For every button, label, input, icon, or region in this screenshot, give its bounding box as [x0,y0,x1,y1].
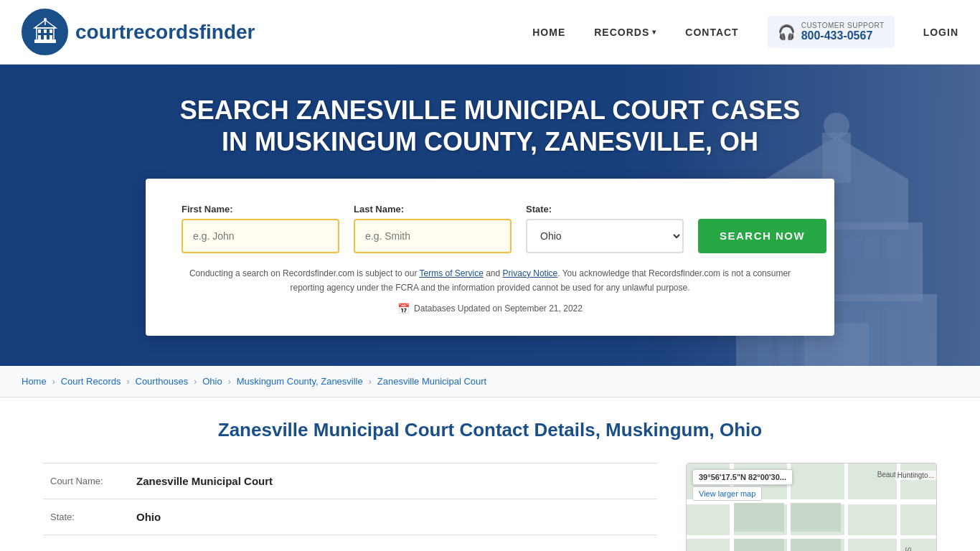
db-updated: 📅 Databases Updated on September 21, 202… [182,303,798,314]
svg-rect-21 [865,237,880,258]
first-name-group: First Name: [182,204,339,253]
court-name-value: Zanesville Municipal Court [136,475,273,487]
headset-icon: 🎧 [778,24,796,41]
map-view-larger[interactable]: View larger map [692,486,762,501]
svg-rect-3 [44,29,47,33]
breadcrumb: Home › Court Records › Courthouses › Ohi… [0,366,980,397]
first-name-input[interactable] [182,219,339,253]
svg-rect-20 [844,237,858,258]
state-group: State: Ohio Alabama Alaska Arizona Calif… [526,204,684,253]
hero-section: SEARCH ZANESVILLE MUNICIPAL COURT CASES … [0,65,980,366]
terms-link[interactable]: Terms of Service [420,268,484,278]
details-table: Court Name: Zanesville Municipal Court S… [43,463,657,551]
svg-rect-5 [38,35,41,40]
first-name-label: First Name: [182,204,339,215]
privacy-link[interactable]: Privacy Notice [503,268,558,278]
calendar-icon: 📅 [397,303,410,314]
support-number: 800-433-0567 [801,29,885,42]
svg-point-10 [44,18,47,21]
search-disclaimer: Conducting a search on Recordsfinder.com… [182,266,798,296]
state-label: State: [526,204,684,215]
detail-row-state: State: Ohio [43,499,657,535]
svg-rect-2 [38,29,41,33]
map-inner: Beauty Studio Huntingto... 39°56'17.5"N … [687,463,936,551]
breadcrumb-courthouses[interactable]: Courthouses [136,376,189,387]
state-select[interactable]: Ohio Alabama Alaska Arizona California C… [526,219,684,253]
state-detail-value: Ohio [136,511,161,523]
map-container: Beauty Studio Huntingto... 39°56'17.5"N … [686,463,937,551]
nav-home[interactable]: HOME [532,27,565,38]
breadcrumb-sep-5: › [369,377,372,387]
breadcrumb-home[interactable]: Home [22,376,47,387]
breadcrumb-current: Zanesville Municipal Court [377,376,486,387]
detail-row-court-name: Court Name: Zanesville Municipal Court [43,463,657,499]
support-label: CUSTOMER SUPPORT [801,22,885,29]
hero-title: SEARCH ZANESVILLE MUNICIPAL COURT CASES … [167,95,813,156]
svg-rect-7 [50,35,52,40]
logo-text: courtrecordsfinder [75,21,255,44]
main-nav: HOME RECORDS ▾ CONTACT 🎧 CUSTOMER SUPPOR… [532,16,958,48]
svg-rect-22 [887,237,901,258]
road-v3 [844,463,848,551]
site-header: courtrecordsfinder HOME RECORDS ▾ CONTAC… [0,0,980,65]
nav-login[interactable]: LOGIN [923,27,958,38]
records-chevron-icon: ▾ [652,28,656,36]
svg-rect-4 [50,29,52,33]
last-name-input[interactable] [354,219,512,253]
breadcrumb-sep-1: › [52,377,55,387]
breadcrumb-ohio[interactable]: Ohio [202,376,222,387]
breadcrumb-sep-4: › [228,377,231,387]
svg-point-16 [824,113,849,138]
breadcrumb-sep-3: › [194,377,197,387]
state-detail-label: State: [50,512,129,522]
search-fields: First Name: Last Name: State: Ohio Alaba… [182,204,798,253]
svg-rect-15 [822,133,851,183]
support-box: 🎧 CUSTOMER SUPPORT 800-433-0567 [768,16,895,48]
content-body: Court Name: Zanesville Municipal Court S… [43,463,937,551]
search-card: First Name: Last Name: State: Ohio Alaba… [146,179,834,336]
logo-area: courtrecordsfinder [22,9,532,55]
content-title: Zanesville Municipal Court Contact Detai… [43,419,937,441]
logo-icon [22,9,68,55]
last-name-label: Last Name: [354,204,512,215]
court-name-label: Court Name: [50,476,129,486]
main-content: Zanesville Municipal Court Contact Detai… [0,397,980,551]
nav-records[interactable]: RECORDS ▾ [594,27,656,38]
breadcrumb-court-records[interactable]: Court Records [61,376,121,387]
svg-rect-28 [887,309,901,366]
huntington-label: Huntingto... [895,471,936,480]
s4-road-label: S 4t [905,547,913,551]
last-name-group: Last Name: [354,204,512,253]
nav-contact[interactable]: CONTACT [685,27,738,38]
search-button[interactable]: SEARCH NOW [698,219,826,253]
breadcrumb-sep-2: › [127,377,130,387]
map-coords: 39°56'17.5"N 82°00'30... [692,469,793,485]
svg-rect-6 [44,35,47,40]
breadcrumb-muskingum[interactable]: Muskingum County, Zanesville [237,376,363,387]
